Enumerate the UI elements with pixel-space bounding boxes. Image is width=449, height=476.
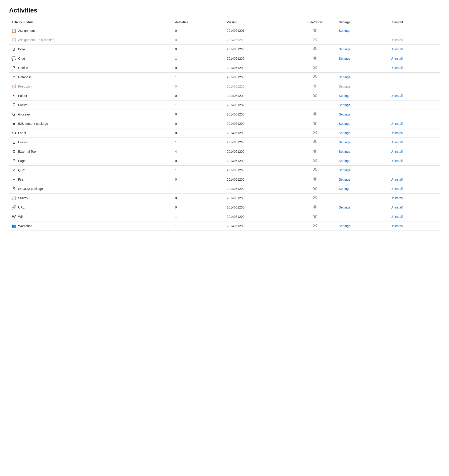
svg-point-25 <box>314 141 316 142</box>
uninstall-link[interactable]: Uninstall <box>391 141 403 144</box>
settings-cell: Settings <box>336 221 388 231</box>
eye-icon[interactable] <box>313 205 317 209</box>
svg-point-21 <box>314 123 316 124</box>
uninstall-cell <box>388 110 440 119</box>
module-name-label: Feedback <box>18 85 32 88</box>
eye-icon[interactable] <box>313 112 317 116</box>
uninstall-link[interactable]: Uninstall <box>391 224 403 228</box>
settings-link[interactable]: Settings <box>339 205 350 209</box>
uninstall-link[interactable]: Uninstall <box>391 94 403 97</box>
eye-icon[interactable] <box>313 75 317 79</box>
module-name-label: Assignment 2.2 (Disabled) <box>18 38 55 42</box>
hideshow-cell <box>294 63 337 73</box>
module-name-label: Database <box>18 75 32 79</box>
eye-icon[interactable] <box>313 28 317 33</box>
module-name-label: SCORM package <box>18 187 43 191</box>
settings-link[interactable]: Settings <box>339 75 350 79</box>
hideshow-cell <box>294 184 337 193</box>
eye-icon[interactable] <box>313 177 317 181</box>
eye-icon[interactable] <box>313 149 317 153</box>
settings-link[interactable]: Settings <box>339 159 350 163</box>
uninstall-link[interactable]: Uninstall <box>391 122 403 125</box>
settings-link[interactable]: Settings <box>339 150 350 153</box>
page-title: Activities <box>9 7 440 14</box>
version-cell: 2014051200 <box>224 82 294 91</box>
activities-link[interactable]: 1 <box>175 75 177 79</box>
svg-point-31 <box>314 169 316 170</box>
uninstall-cell: Uninstall <box>388 193 440 203</box>
svg-point-24 <box>313 141 317 143</box>
settings-link[interactable]: Settings <box>339 47 350 51</box>
hideshow-cell <box>294 156 337 166</box>
eye-icon[interactable] <box>313 57 317 60</box>
eye-icon[interactable] <box>313 187 317 191</box>
uninstall-link[interactable]: Uninstall <box>391 196 403 200</box>
eye-icon[interactable] <box>313 66 317 70</box>
settings-cell: Settings <box>336 203 388 212</box>
uninstall-link[interactable]: Uninstall <box>391 205 403 209</box>
module-name-label: Book <box>18 47 25 51</box>
eye-icon[interactable] <box>313 159 317 163</box>
module-icon: ✓ <box>11 168 16 173</box>
uninstall-link[interactable]: Uninstall <box>391 150 403 153</box>
settings-cell: Settings <box>336 147 388 156</box>
module-name-label: URL <box>18 205 24 209</box>
eye-icon[interactable] <box>313 224 317 228</box>
svg-point-9 <box>313 66 317 69</box>
settings-link[interactable]: Settings <box>339 168 350 172</box>
settings-link[interactable]: Settings <box>339 131 350 135</box>
uninstall-cell <box>388 82 440 91</box>
uninstall-link[interactable]: Uninstall <box>391 215 403 219</box>
settings-link[interactable]: Settings <box>339 113 350 116</box>
eye-icon[interactable] <box>313 196 317 200</box>
eye-slash-icon[interactable] <box>313 38 317 42</box>
settings-link[interactable]: Settings <box>339 29 350 33</box>
activities-link[interactable]: 1 <box>175 168 177 172</box>
settings-link[interactable]: Settings <box>339 141 350 144</box>
uninstall-link[interactable]: Uninstall <box>391 47 403 51</box>
uninstall-link[interactable]: Uninstall <box>391 178 403 181</box>
settings-cell: Settings <box>336 82 388 91</box>
module-cell: SSCORM package <box>9 184 173 193</box>
eye-icon[interactable] <box>313 140 317 144</box>
activities-link[interactable]: 1 <box>175 224 177 228</box>
activities-cell: 0 <box>173 156 224 166</box>
version-cell: 2014051202 <box>224 101 294 110</box>
table-row: 📊Survey02014051200 Uninstall <box>9 193 440 203</box>
settings-link[interactable]: Settings <box>339 57 350 60</box>
eye-slash-icon[interactable] <box>313 85 317 89</box>
settings-link[interactable]: Settings <box>339 103 350 107</box>
uninstall-link[interactable]: Uninstall <box>391 131 403 135</box>
uninstall-link[interactable]: Uninstall <box>391 66 403 70</box>
svg-point-27 <box>314 150 316 152</box>
activities-link[interactable]: 1 <box>175 215 177 219</box>
activities-link[interactable]: 4 <box>175 150 177 153</box>
uninstall-link[interactable]: Uninstall <box>391 159 403 163</box>
settings-link[interactable]: Settings <box>339 94 350 97</box>
eye-icon[interactable] <box>313 94 317 97</box>
svg-point-40 <box>313 215 317 218</box>
svg-point-22 <box>313 131 317 134</box>
uninstall-link[interactable]: Uninstall <box>391 57 403 60</box>
module-icon: S <box>11 186 16 191</box>
module-icon: P <box>11 158 16 163</box>
settings-link[interactable]: Settings <box>339 122 350 125</box>
activities-link[interactable]: 1 <box>175 103 177 107</box>
svg-point-26 <box>313 150 317 153</box>
eye-icon[interactable] <box>313 168 317 172</box>
eye-icon[interactable] <box>313 47 317 51</box>
settings-link[interactable]: Settings <box>339 178 350 181</box>
activities-link[interactable]: 1 <box>175 57 177 60</box>
table-row: ?Choice02014051200 Uninstall <box>9 63 440 73</box>
activities-link[interactable]: 1 <box>175 141 177 144</box>
eye-icon[interactable] <box>313 131 317 135</box>
settings-link[interactable]: Settings <box>339 187 350 191</box>
svg-point-12 <box>314 76 316 77</box>
col-header-uninstall: Uninstall <box>388 19 440 26</box>
table-row: ▪Folder02014051200 SettingsUninstall <box>9 91 440 101</box>
activities-link[interactable]: 1 <box>175 187 177 191</box>
settings-link[interactable]: Settings <box>339 224 350 228</box>
eye-icon[interactable] <box>313 215 317 219</box>
eye-icon[interactable] <box>313 122 317 125</box>
uninstall-link[interactable]: Uninstall <box>391 187 403 191</box>
